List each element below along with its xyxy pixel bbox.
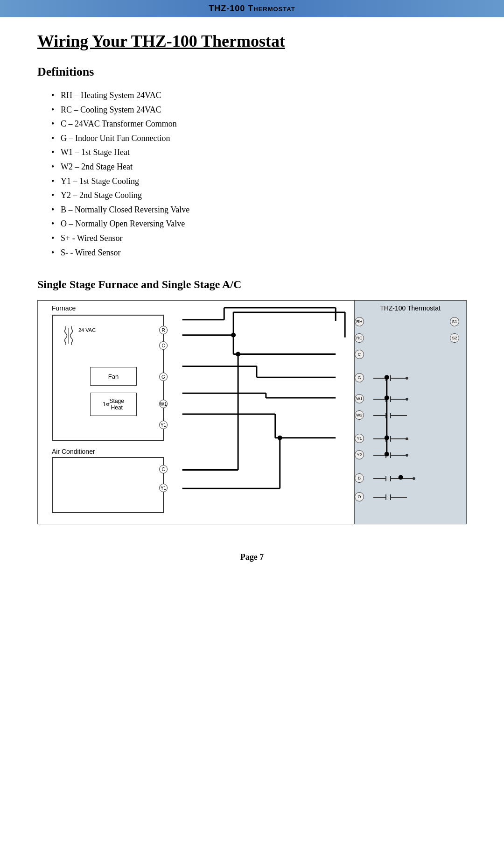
- heat-box: 1st StageHeat: [90, 393, 137, 416]
- wiring-diagram: Furnace 24 VAC: [37, 300, 467, 524]
- thz-terminal-row-Y2: Y2: [355, 450, 364, 459]
- definition-item: B – Normally Closed Reversing Valve: [51, 203, 467, 217]
- thz-circle-G: G: [355, 373, 364, 382]
- thz-circle-W1: W1: [355, 394, 364, 403]
- header-bar: THZ-100 Thermostat: [0, 0, 504, 17]
- svg-point-46: [231, 333, 236, 338]
- ac-label: Air Conditioner: [52, 448, 95, 455]
- definition-item: S- - Wired Sensor: [51, 246, 467, 260]
- thz-terminal-row-G: G: [355, 373, 364, 382]
- thz-circle-Y2: Y2: [355, 450, 364, 459]
- thz-switch-G: [365, 373, 412, 383]
- thz-terminal-S1: S1: [450, 317, 459, 326]
- furnace-terminal-G: G: [159, 373, 168, 381]
- definitions-list: RH – Heating System 24VAC RC – Cooling S…: [51, 88, 467, 260]
- vac-label: 24 VAC: [78, 327, 96, 333]
- furnace-label: Furnace: [52, 304, 76, 312]
- thz-terminal-row-C: C: [355, 350, 364, 359]
- transformer-symbol: [61, 324, 80, 352]
- page-number: Page 7: [37, 552, 467, 581]
- ac-terminal-C: C: [159, 465, 168, 473]
- definition-item: G – Indoor Unit Fan Connection: [51, 131, 467, 146]
- definition-item: S+ - Wired Sensor: [51, 231, 467, 246]
- thz-circle-B: B: [355, 473, 364, 483]
- thz-terminal-row-W1: W1: [355, 394, 364, 403]
- furnace-terminal-C: C: [159, 341, 168, 350]
- diagram-section: Single Stage Furnace and Single Stage A/…: [37, 278, 467, 524]
- fan-box: Fan: [90, 367, 137, 386]
- svg-point-14: [406, 398, 408, 401]
- thz-terminal-row-RC: RC: [355, 333, 364, 343]
- thz-circle-RC: RC: [355, 333, 364, 343]
- svg-point-9: [406, 377, 408, 380]
- definition-item: Y2 – 2nd Stage Cooling: [51, 188, 467, 203]
- svg-point-28: [406, 454, 408, 457]
- definition-item: RH – Heating System 24VAC: [51, 88, 467, 103]
- thz-circle-C: C: [355, 350, 364, 359]
- thz-label: THZ-100 Thermostat: [354, 304, 466, 312]
- thz-terminal-row-RH: RH: [355, 317, 364, 326]
- svg-point-23: [406, 437, 408, 440]
- thz-terminal-row-B: B: [355, 473, 364, 483]
- thz-circle-O: O: [355, 492, 364, 501]
- diagram-heading: Single Stage Furnace and Single Stage A/…: [37, 278, 467, 291]
- definition-item: Y1 – 1st Stage Cooling: [51, 174, 467, 189]
- ac-terminal-Y1: Y1: [159, 484, 168, 492]
- svg-point-60: [236, 352, 240, 357]
- svg-point-33: [413, 477, 415, 480]
- furnace-box: 24 VAC Fan 1st StageHeat R C G W1 Y1: [52, 315, 164, 441]
- definition-item: W1 – 1st Stage Heat: [51, 145, 467, 160]
- thz-terminal-row-O: O: [355, 492, 364, 501]
- ac-box: 1st StageCool C Y1: [52, 457, 164, 513]
- definition-item: W2 – 2nd Stage Heat: [51, 160, 467, 174]
- thz-switch-Y2: [365, 450, 412, 460]
- thz-switch-O: [365, 492, 412, 502]
- furnace-terminal-R: R: [159, 326, 168, 334]
- page-title: Wiring Your THZ-100 Thermostat: [37, 31, 467, 51]
- definition-item: RC – Cooling System 24VAC: [51, 103, 467, 117]
- thz-switch-B: [365, 473, 421, 484]
- thz-terminal-row-Y1: Y1: [355, 434, 364, 443]
- thz-panel: THZ-100 Thermostat S1 S2 RH RC C: [354, 301, 466, 524]
- thz-circle-W2: W2: [355, 410, 364, 420]
- furnace-terminal-Y1: Y1: [159, 421, 168, 429]
- definitions-heading: Definitions: [37, 65, 467, 79]
- thz-terminal-row-W2: W2: [355, 410, 364, 420]
- thz-switch-W2: [365, 410, 412, 421]
- header-title: THZ-100 Thermostat: [209, 4, 295, 13]
- thz-circle-RH: RH: [355, 317, 364, 326]
- furnace-terminal-W1: W1: [159, 400, 168, 408]
- thz-switch-Y1: [365, 434, 412, 444]
- definition-item: C – 24VAC Transformer Common: [51, 117, 467, 131]
- thz-terminal-S2: S2: [450, 333, 459, 343]
- thz-circle-Y1: Y1: [355, 434, 364, 443]
- definition-item: O – Normally Open Reversing Valve: [51, 217, 467, 231]
- thz-switch-W1: [365, 394, 412, 404]
- svg-point-63: [278, 436, 282, 440]
